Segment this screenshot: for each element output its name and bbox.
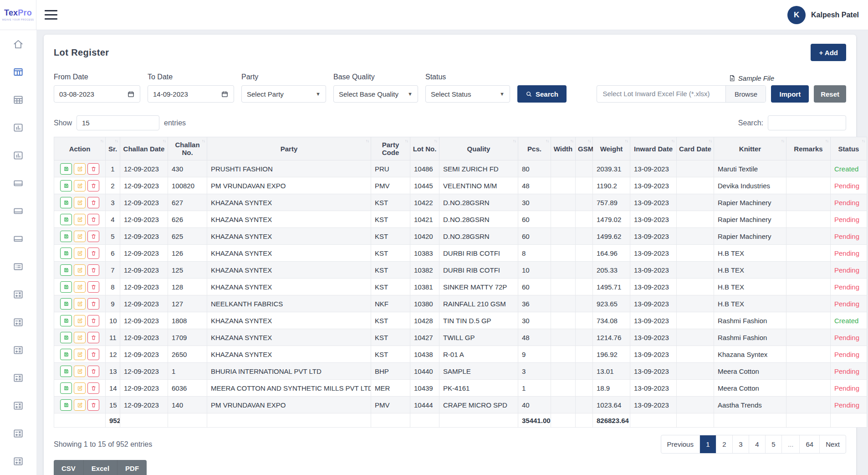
edit-row-button[interactable]: [74, 281, 86, 293]
column-header-challan-date[interactable]: Challan Date↑↓: [120, 137, 168, 160]
sidebar-item-15-calculator-icon[interactable]: [0, 419, 36, 447]
edit-row-button[interactable]: [74, 248, 86, 259]
delete-row-button[interactable]: [87, 163, 99, 175]
column-header-knitter[interactable]: Knitter↑↓: [714, 137, 786, 160]
save-row-button[interactable]: [60, 332, 72, 343]
export-excel-button[interactable]: Excel: [83, 460, 117, 475]
save-row-button[interactable]: [60, 349, 72, 360]
sidebar-item-7-panel-icon[interactable]: [0, 197, 36, 225]
save-row-button[interactable]: [60, 298, 72, 310]
export-csv-button[interactable]: CSV: [54, 460, 83, 475]
delete-row-button[interactable]: [87, 180, 99, 191]
sidebar-item-12-calculator-icon[interactable]: [0, 336, 36, 364]
delete-row-button[interactable]: [87, 264, 99, 276]
edit-row-button[interactable]: [74, 231, 86, 242]
avatar[interactable]: K: [787, 6, 806, 24]
delete-row-button[interactable]: [87, 298, 99, 310]
save-row-button[interactable]: [60, 231, 72, 242]
sidebar-item-2-lot-register-table-icon[interactable]: [0, 58, 36, 86]
column-header-weight[interactable]: Weight↑↓: [593, 137, 630, 160]
page-button-1[interactable]: 1: [700, 435, 716, 453]
sidebar-item-13-calculator-icon[interactable]: [0, 364, 36, 392]
status-select[interactable]: Select Status▼: [425, 85, 510, 103]
delete-row-button[interactable]: [87, 214, 99, 225]
column-header-sr[interactable]: Sr.↑↓: [106, 137, 120, 160]
delete-row-button[interactable]: [87, 399, 99, 411]
sidebar-item-6-panel-icon[interactable]: [0, 169, 36, 197]
edit-row-button[interactable]: [74, 214, 86, 225]
column-header-remarks[interactable]: Remarks↑↓: [786, 137, 831, 160]
edit-row-button[interactable]: [74, 197, 86, 208]
browse-button[interactable]: Browse: [725, 86, 766, 102]
page-button-2[interactable]: 2: [716, 435, 732, 453]
column-header-quality[interactable]: Quality↑↓: [439, 137, 518, 160]
edit-row-button[interactable]: [74, 180, 86, 191]
save-row-button[interactable]: [60, 399, 72, 411]
menu-toggle-icon[interactable]: [45, 8, 60, 22]
to-date-input[interactable]: 14-09-2023: [148, 85, 234, 103]
save-row-button[interactable]: [60, 214, 72, 225]
edit-row-button[interactable]: [74, 366, 86, 377]
sidebar-item-9-list-icon[interactable]: [0, 253, 36, 280]
sidebar-item-4-bar-chart-icon[interactable]: [0, 114, 36, 141]
page-button-3[interactable]: 3: [732, 435, 749, 453]
column-header-inward-date[interactable]: Inward Date↑↓: [630, 137, 677, 160]
page-button-4[interactable]: 4: [749, 435, 765, 453]
column-header-width[interactable]: Width↑↓: [551, 137, 576, 160]
file-upload-input[interactable]: Select Lot Inward Excel File (*.xlsx) Br…: [597, 85, 766, 103]
column-header-card-date[interactable]: Card Date↑↓: [677, 137, 714, 160]
delete-row-button[interactable]: [87, 248, 99, 259]
base-quality-select[interactable]: Select Base Quality▼: [333, 85, 418, 103]
brand-logo[interactable]: TexPro WEAVE YOUR PROCESS: [0, 0, 36, 30]
sidebar-item-1-home-icon[interactable]: [0, 30, 36, 58]
edit-row-button[interactable]: [74, 382, 86, 394]
save-row-button[interactable]: [60, 315, 72, 326]
sidebar-item-11-calculator-icon[interactable]: [0, 308, 36, 336]
save-row-button[interactable]: [60, 366, 72, 377]
column-header-party[interactable]: Party↑↓: [207, 137, 371, 160]
save-row-button[interactable]: [60, 281, 72, 293]
sidebar-item-14-calculator-icon[interactable]: [0, 392, 36, 419]
delete-row-button[interactable]: [87, 382, 99, 394]
reset-button[interactable]: Reset: [814, 85, 846, 103]
user-menu[interactable]: K Kalpesh Patel: [787, 6, 859, 24]
column-header-challan-no[interactable]: Challan No.↑↓: [168, 137, 207, 160]
sidebar-item-3-table-grid-icon[interactable]: [0, 86, 36, 114]
delete-row-button[interactable]: [87, 332, 99, 343]
edit-row-button[interactable]: [74, 349, 86, 360]
save-row-button[interactable]: [60, 382, 72, 394]
save-row-button[interactable]: [60, 163, 72, 175]
sidebar-item-5-bar-chart-icon[interactable]: [0, 141, 36, 169]
edit-row-button[interactable]: [74, 264, 86, 276]
save-row-button[interactable]: [60, 197, 72, 208]
page-button-next[interactable]: Next: [819, 435, 846, 453]
column-header-pcs[interactable]: Pcs.↑↓: [518, 137, 551, 160]
column-header-party-code[interactable]: Party Code↑↓: [371, 137, 410, 160]
column-header-lot-no[interactable]: Lot No.↑↓: [410, 137, 439, 160]
page-button-5[interactable]: 5: [765, 435, 781, 453]
save-row-button[interactable]: [60, 248, 72, 259]
column-header-gsm[interactable]: GSM↑↓: [576, 137, 593, 160]
delete-row-button[interactable]: [87, 349, 99, 360]
page-button-previous[interactable]: Previous: [661, 435, 700, 453]
export-pdf-button[interactable]: PDF: [117, 460, 147, 475]
delete-row-button[interactable]: [87, 366, 99, 377]
page-button-64[interactable]: 64: [799, 435, 819, 453]
delete-row-button[interactable]: [87, 315, 99, 326]
from-date-input[interactable]: 03-08-2023: [54, 85, 140, 103]
edit-row-button[interactable]: [74, 399, 86, 411]
save-row-button[interactable]: [60, 264, 72, 276]
search-button[interactable]: Search: [517, 85, 567, 103]
page-size-input[interactable]: [77, 115, 159, 130]
sidebar-item-16-calculator-icon[interactable]: [0, 447, 36, 475]
sidebar-item-10-calculator-icon[interactable]: [0, 280, 36, 308]
delete-row-button[interactable]: [87, 281, 99, 293]
sample-file-link[interactable]: Sample File: [729, 74, 774, 82]
delete-row-button[interactable]: [87, 197, 99, 208]
save-row-button[interactable]: [60, 180, 72, 191]
sidebar-item-8-panel-icon[interactable]: [0, 225, 36, 253]
column-header-status[interactable]: Status↑↓: [831, 137, 867, 160]
party-select[interactable]: Select Party▼: [241, 85, 326, 103]
table-search-input[interactable]: [768, 115, 846, 130]
edit-row-button[interactable]: [74, 298, 86, 310]
